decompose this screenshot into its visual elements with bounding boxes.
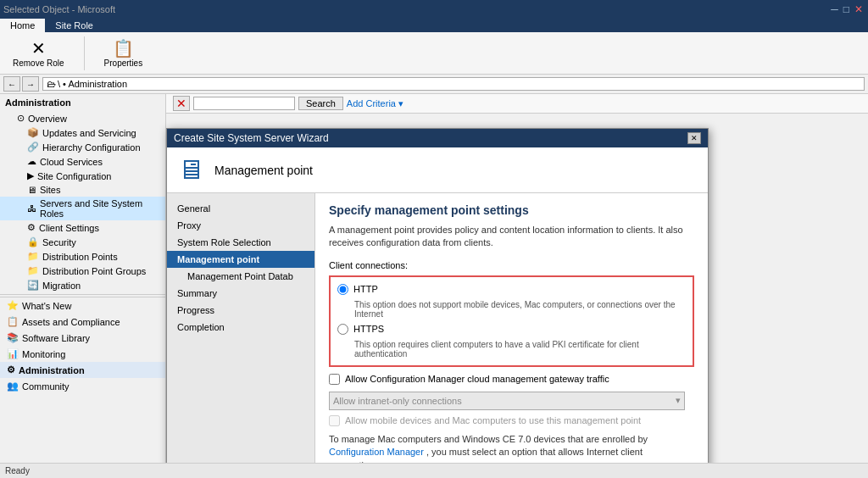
community-label: Community [22,381,70,392]
wizard-header: 🖥 Management point [167,147,708,193]
search-input[interactable] [193,97,295,110]
monitoring-icon: 📊 [7,348,19,359]
info-text: To manage Mac computers and Windows CE 7… [329,433,694,463]
remove-icon: ✕ [31,38,46,58]
wizard-dialog: Create Site System Server Wizard ✕ 🖥 Man… [166,128,709,463]
sidebar-item-migration[interactable]: 🔄 Migration [0,278,165,292]
back-button[interactable]: ← [3,76,20,92]
admin-icon: ⚙ [7,364,15,375]
connection-type-select[interactable]: Allow intranet-only connections ▾ [329,392,685,410]
mobile-devices-label: Allow mobile devices and Mac computers t… [345,415,641,425]
wizard-nav-completion[interactable]: Completion [167,319,314,336]
minimize-icon[interactable]: ─ [829,3,840,15]
wizard-header-icon: 🖥 [177,154,204,186]
sites-label: Sites [40,185,60,195]
wizard-title: Create Site System Server Wizard [174,132,329,144]
http-radio[interactable] [337,284,348,295]
mobile-devices-checkbox[interactable] [329,415,340,426]
client-settings-icon: ⚙ [27,222,36,233]
cloud-icon: ☁ [27,156,36,167]
dp-icon: 📁 [27,251,39,262]
tab-site-role[interactable]: Site Role [45,19,103,32]
config-manager-link[interactable]: Configuration Manager [329,447,424,457]
sidebar-item-sites[interactable]: 🖥 Sites [0,183,165,197]
http-description: This option does not support mobile devi… [354,300,686,319]
sidebar-item-site-config[interactable]: ▶ Site Configuration [0,169,165,183]
servers-label: Servers and Site System Roles [40,198,159,219]
add-criteria-button[interactable]: Add Criteria ▾ [347,98,403,109]
wizard-nav-role-selection[interactable]: System Role Selection [167,234,314,251]
sidebar-bottom-whats-new[interactable]: ⭐ What's New [0,297,165,314]
gateway-traffic-row: Allow Configuration Manager cloud manage… [329,374,694,385]
status-text: Ready [5,466,30,475]
ribbon-tabs: Home Site Role [0,19,868,32]
taskbar: Selected Object - Microsoft ─ □ ✕ [0,0,868,19]
dp-label: Distribution Points [42,252,118,262]
https-description: This option requires client computers to… [354,340,686,358]
sidebar-item-distribution-points[interactable]: 📁 Distribution Points [0,249,165,264]
window-controls: ─ □ ✕ [829,3,865,15]
close-icon[interactable]: ✕ [853,3,865,15]
info-text-before: To manage Mac computers and Windows CE 7… [329,434,648,444]
search-clear-button[interactable]: ✕ [173,96,190,111]
wizard-nav-management-point[interactable]: Management point [167,251,314,268]
wizard-body: General Proxy System Role Selection Mana… [167,193,708,463]
security-label: Security [42,237,76,247]
sidebar-item-overview[interactable]: ⊙ Overview [0,111,165,125]
sidebar-bottom: ⭐ What's New 📋 Assets and Compliance 📚 S… [0,297,165,394]
client-connections-label: Client connections: [329,260,694,270]
sidebar-item-client-settings[interactable]: ⚙ Client Settings [0,220,165,235]
forward-button[interactable]: → [22,76,39,92]
main-layout: Administration ⊙ Overview 📦 Updates and … [0,94,868,463]
remove-role-label: Remove Role [13,58,64,68]
ribbon: Home Site Role ✕ Remove Role 📋 Propertie… [0,19,868,75]
wizard-nav-general[interactable]: General [167,200,314,217]
http-label: HTTP [353,284,378,294]
wizard-close-button[interactable]: ✕ [687,132,701,144]
ribbon-content: ✕ Remove Role 📋 Properties [0,32,868,74]
site-config-icon: ▶ [27,170,34,181]
https-radio[interactable] [337,324,348,335]
ribbon-separator [84,36,85,70]
sidebar-item-servers[interactable]: 🖧 Servers and Site System Roles [0,197,165,220]
sidebar-section: Administration [0,94,165,111]
sidebar-item-hierarchy[interactable]: 🔗 Hierarchy Configuration [0,140,165,154]
gateway-traffic-checkbox[interactable] [329,374,340,385]
sidebar-bottom-assets[interactable]: 📋 Assets and Compliance [0,314,165,330]
software-icon: 📚 [7,332,19,343]
tab-home[interactable]: Home [0,19,45,32]
sidebar-item-cloud[interactable]: ☁ Cloud Services [0,154,165,169]
properties-label: Properties [104,58,143,68]
sidebar-item-security[interactable]: 🔒 Security [0,235,165,249]
nav-path-icon: 🗁 [47,79,56,89]
wizard-nav-progress[interactable]: Progress [167,302,314,319]
remove-role-button[interactable]: ✕ Remove Role [7,36,70,70]
maximize-icon[interactable]: □ [842,3,851,15]
sidebar-bottom-software[interactable]: 📚 Software Library [0,330,165,346]
sidebar-item-updates[interactable]: 📦 Updates and Servicing [0,125,165,140]
search-button[interactable]: Search [298,97,343,110]
sites-icon: 🖥 [27,185,36,195]
sidebar-bottom-monitoring[interactable]: 📊 Monitoring [0,346,165,362]
wizard-nav-proxy[interactable]: Proxy [167,217,314,234]
properties-button[interactable]: 📋 Properties [98,36,149,70]
gateway-traffic-label: Allow Configuration Manager cloud manage… [345,374,609,384]
sidebar-item-distribution-point-groups[interactable]: 📁 Distribution Point Groups [0,264,165,278]
wizard-header-title: Management point [214,164,313,177]
migration-label: Migration [42,281,81,291]
wizard-nav-summary[interactable]: Summary [167,285,314,302]
servers-icon: 🖧 [27,203,36,214]
sidebar-bottom-community[interactable]: 👥 Community [0,378,165,394]
wizard-content: Specify management point settings A mana… [315,193,708,463]
nav-bar: ← → 🗁 \ • Administration [0,75,868,94]
wizard-nav-mp-database[interactable]: Management Point Datab [167,268,314,285]
hierarchy-label: Hierarchy Configuration [42,142,141,153]
overview-label: Overview [28,114,67,124]
mobile-devices-row: Allow mobile devices and Mac computers t… [329,415,694,426]
sidebar: Administration ⊙ Overview 📦 Updates and … [0,94,166,463]
client-connections-group: HTTP This option does not support mobile… [329,275,694,367]
wizard-nav: General Proxy System Role Selection Mana… [167,193,315,463]
updates-icon: 📦 [27,127,39,138]
sidebar-bottom-administration[interactable]: ⚙ Administration [0,362,165,378]
sidebar-divider [0,294,165,295]
